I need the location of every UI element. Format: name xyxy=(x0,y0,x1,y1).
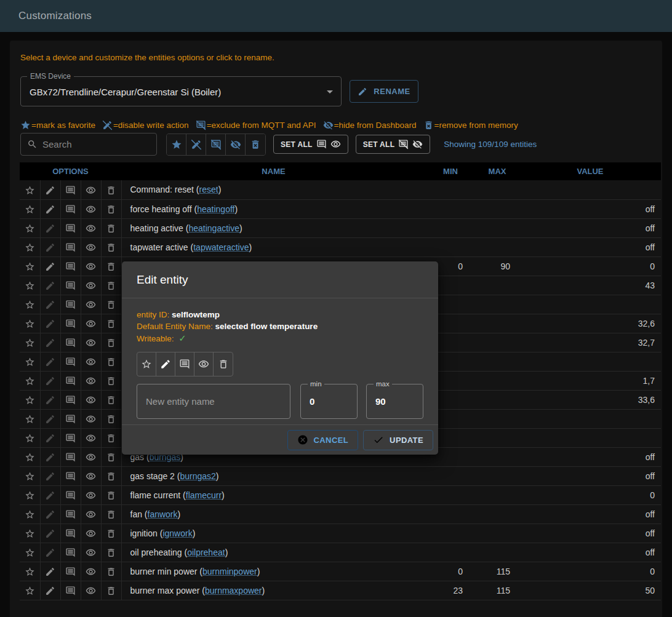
favorite-toggle[interactable] xyxy=(20,581,40,600)
entity-shortname-link[interactable]: oilpreheat xyxy=(187,547,225,557)
visibility-toggle[interactable] xyxy=(81,237,101,257)
mqtt-toggle[interactable] xyxy=(60,504,81,523)
set-all-button-2[interactable]: SET ALL xyxy=(356,135,431,154)
favorite-toggle[interactable] xyxy=(20,371,40,390)
table-row[interactable]: fan (fanwork) off xyxy=(20,504,661,523)
write-toggle[interactable] xyxy=(40,314,60,333)
write-toggle[interactable] xyxy=(40,199,60,218)
table-row[interactable]: burner min power (burnminpower) 0 115 0 xyxy=(20,562,661,581)
visibility-toggle[interactable] xyxy=(81,352,101,371)
visibility-toggle[interactable] xyxy=(81,447,101,466)
search-input[interactable] xyxy=(42,139,150,149)
ems-device-select[interactable]: EMS Device GBx72/Trendline/Cerapur/Green… xyxy=(20,76,342,106)
favorite-toggle[interactable] xyxy=(20,276,40,295)
mqtt-toggle[interactable] xyxy=(60,390,81,409)
visibility-toggle[interactable] xyxy=(81,466,101,485)
delete-toggle[interactable] xyxy=(101,314,121,333)
mqtt-toggle[interactable] xyxy=(60,257,81,276)
delete-toggle[interactable] xyxy=(101,447,121,466)
write-toggle[interactable] xyxy=(40,409,60,428)
delete-toggle[interactable] xyxy=(101,352,121,371)
mqtt-toggle[interactable] xyxy=(60,295,81,314)
new-entity-name-input[interactable] xyxy=(137,384,290,418)
mqtt-toggle[interactable] xyxy=(60,447,81,466)
entity-shortname-link[interactable]: tapwateractive xyxy=(193,242,249,252)
mqtt-toggle[interactable] xyxy=(60,523,81,543)
visibility-toggle[interactable] xyxy=(81,276,101,295)
write-toggle[interactable] xyxy=(40,447,60,466)
visibility-toggle[interactable] xyxy=(81,428,101,447)
col-max[interactable]: MAX xyxy=(475,162,519,180)
rename-button[interactable]: RENAME xyxy=(350,80,418,103)
visibility-toggle[interactable] xyxy=(81,295,101,314)
dialog-comment-toggle[interactable] xyxy=(175,352,194,376)
visibility-toggle[interactable] xyxy=(81,390,101,409)
filter-edit-off-button[interactable] xyxy=(186,134,206,155)
table-row[interactable]: Command: reset (reset) xyxy=(20,180,661,199)
favorite-toggle[interactable] xyxy=(20,257,40,276)
mqtt-toggle[interactable] xyxy=(60,333,81,352)
entity-shortname-link[interactable]: burngas2 xyxy=(180,471,215,481)
mqtt-toggle[interactable] xyxy=(60,466,81,485)
write-toggle[interactable] xyxy=(40,333,60,352)
cancel-button[interactable]: CANCEL xyxy=(287,430,359,450)
table-row[interactable]: flame current (flamecurr) 0 xyxy=(20,485,661,504)
favorite-toggle[interactable] xyxy=(20,180,40,199)
delete-toggle[interactable] xyxy=(101,333,121,352)
favorite-toggle[interactable] xyxy=(20,428,40,447)
table-row[interactable]: force heating off (heatingoff) off xyxy=(20,199,661,218)
favorite-toggle[interactable] xyxy=(20,562,40,581)
mqtt-toggle[interactable] xyxy=(60,543,81,562)
favorite-toggle[interactable] xyxy=(20,523,40,543)
dialog-eye-toggle[interactable] xyxy=(194,352,214,376)
delete-toggle[interactable] xyxy=(101,295,121,314)
favorite-toggle[interactable] xyxy=(20,333,40,352)
write-toggle[interactable] xyxy=(40,276,60,295)
dialog-star-o-toggle[interactable] xyxy=(137,352,156,376)
entity-shortname-link[interactable]: flamecurr xyxy=(186,490,222,500)
write-toggle[interactable] xyxy=(40,428,60,447)
write-toggle[interactable] xyxy=(40,371,60,390)
entity-shortname-link[interactable]: reset xyxy=(199,185,218,194)
visibility-toggle[interactable] xyxy=(81,333,101,352)
visibility-toggle[interactable] xyxy=(81,257,101,276)
mqtt-toggle[interactable] xyxy=(60,352,81,371)
entity-shortname-link[interactable]: heatingactive xyxy=(188,223,239,233)
write-toggle[interactable] xyxy=(40,562,60,581)
write-toggle[interactable] xyxy=(40,390,60,409)
write-toggle[interactable] xyxy=(40,237,60,257)
mqtt-toggle[interactable] xyxy=(60,428,81,447)
filter-comment-off-button[interactable] xyxy=(206,134,226,155)
favorite-toggle[interactable] xyxy=(20,504,40,523)
mqtt-toggle[interactable] xyxy=(60,199,81,218)
delete-toggle[interactable] xyxy=(101,237,121,257)
table-row[interactable]: burner max power (burnmaxpower) 23 115 5… xyxy=(20,581,661,600)
min-input[interactable] xyxy=(301,384,357,418)
col-value[interactable]: VALUE xyxy=(519,162,661,180)
write-toggle[interactable] xyxy=(40,504,60,523)
visibility-toggle[interactable] xyxy=(81,180,101,199)
favorite-toggle[interactable] xyxy=(20,485,40,504)
delete-toggle[interactable] xyxy=(101,562,121,581)
dialog-trash-toggle[interactable] xyxy=(214,352,233,376)
visibility-toggle[interactable] xyxy=(81,218,101,237)
update-button[interactable]: UPDATE xyxy=(363,430,433,450)
entity-shortname-link[interactable]: heatingoff xyxy=(197,204,234,214)
write-toggle[interactable] xyxy=(40,523,60,543)
table-row[interactable]: oil preheating (oilpreheat) off xyxy=(20,543,661,562)
mqtt-toggle[interactable] xyxy=(60,276,81,295)
write-toggle[interactable] xyxy=(40,218,60,237)
col-min[interactable]: MIN xyxy=(426,162,475,180)
visibility-toggle[interactable] xyxy=(81,581,101,600)
set-all-button-1[interactable]: SET ALL xyxy=(273,135,348,154)
entity-shortname-link[interactable]: fanwork xyxy=(148,509,178,519)
favorite-toggle[interactable] xyxy=(20,218,40,237)
mqtt-toggle[interactable] xyxy=(60,218,81,237)
mqtt-toggle[interactable] xyxy=(60,180,81,199)
delete-toggle[interactable] xyxy=(101,257,121,276)
favorite-toggle[interactable] xyxy=(20,314,40,333)
favorite-toggle[interactable] xyxy=(20,199,40,218)
filter-trash-x-button[interactable] xyxy=(246,134,265,155)
entity-shortname-link[interactable]: ignwork xyxy=(162,528,192,538)
delete-toggle[interactable] xyxy=(101,466,121,485)
